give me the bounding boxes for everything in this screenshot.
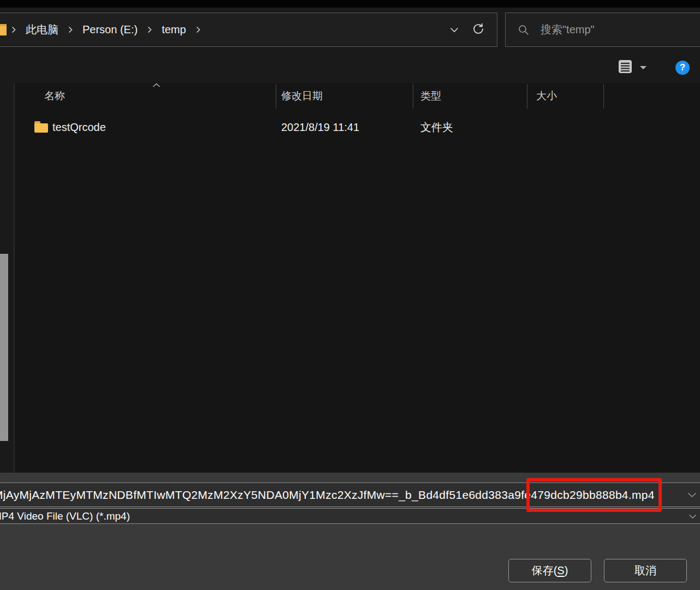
file-type: 文件夹 — [420, 116, 453, 138]
search-input[interactable] — [539, 23, 678, 37]
address-bar[interactable]: 此电脑 Person (E:) temp — [0, 13, 497, 47]
pane-divider — [14, 83, 15, 473]
save-button-accesskey: S — [557, 564, 564, 577]
file-list-pane[interactable] — [15, 83, 700, 473]
list-view-icon — [618, 59, 633, 76]
search-box[interactable] — [505, 13, 700, 47]
filename-prefix: MjAyMjAzMTEyMTMzNDBfMTIwMTQ2MzM2XzY5NDA0… — [0, 488, 531, 501]
file-type-value: MP4 Video File (VLC) (*.mp4) — [0, 510, 130, 522]
chevron-down-icon — [640, 66, 646, 69]
annotation-rectangle — [526, 478, 661, 512]
save-button-label-suffix: ) — [565, 564, 568, 577]
column-header-type[interactable]: 类型 — [420, 83, 441, 109]
filename-value: MjAyMjAzMTEyMTMzNDBfMTIwMTQ2MzM2XzY5NDA0… — [0, 488, 655, 502]
titlebar-strip — [0, 0, 700, 8]
column-divider — [276, 84, 276, 109]
column-header-size[interactable]: 大小 — [536, 83, 557, 109]
breadcrumb-item-temp[interactable]: temp — [157, 23, 191, 36]
chevron-down-icon[interactable] — [687, 490, 697, 500]
column-divider — [527, 84, 527, 109]
sort-ascending-icon — [152, 80, 161, 90]
file-date-modified: 2021/8/19 11:41 — [281, 116, 359, 138]
filename-highlighted-segment: 479dcb29bb888b4.mp4 — [531, 488, 654, 502]
save-button[interactable]: 保存(S) — [508, 559, 591, 582]
refresh-icon — [472, 22, 485, 38]
chevron-down-icon[interactable] — [689, 511, 697, 521]
refresh-button[interactable] — [466, 18, 490, 42]
file-name: testQrcode — [52, 116, 106, 138]
view-options-button[interactable] — [618, 58, 649, 77]
folder-icon — [34, 121, 48, 133]
chevron-right-icon — [11, 26, 16, 33]
save-button-label: 保存( — [532, 563, 557, 578]
column-divider — [413, 84, 413, 109]
file-type-select[interactable]: MP4 Video File (VLC) (*.mp4) — [0, 508, 700, 524]
chevron-down-icon — [450, 25, 459, 35]
column-divider — [603, 84, 604, 109]
filename-input[interactable]: MjAyMjAzMTEyMTMzNDBfMTIwMTQ2MzM2XzY5NDA0… — [0, 482, 700, 507]
save-file-dialog: 此电脑 Person (E:) temp — [0, 0, 700, 590]
chevron-right-icon — [196, 26, 200, 33]
dialog-footer: MjAyMjAzMTEyMTMzNDBfMTIwMTQ2MzM2XzY5NDA0… — [0, 473, 700, 590]
folder-icon — [0, 24, 7, 35]
column-header-date-modified[interactable]: 修改日期 — [281, 83, 323, 109]
column-header-name[interactable]: 名称 — [44, 83, 65, 109]
cancel-button[interactable]: 取消 — [604, 559, 687, 582]
help-icon: ? — [680, 62, 685, 73]
breadcrumb-item-drive-e[interactable]: Person (E:) — [78, 23, 143, 36]
left-scrollbar-thumb[interactable] — [0, 254, 8, 441]
file-row-testqrcode[interactable]: testQrcode 2021/8/19 11:41 文件夹 — [15, 116, 648, 138]
breadcrumb-item-this-pc[interactable]: 此电脑 — [21, 22, 63, 37]
chevron-right-icon — [68, 26, 73, 33]
chevron-right-icon — [147, 26, 152, 33]
address-dropdown-button[interactable] — [442, 18, 466, 42]
help-button[interactable]: ? — [675, 61, 690, 75]
search-icon — [518, 24, 530, 36]
